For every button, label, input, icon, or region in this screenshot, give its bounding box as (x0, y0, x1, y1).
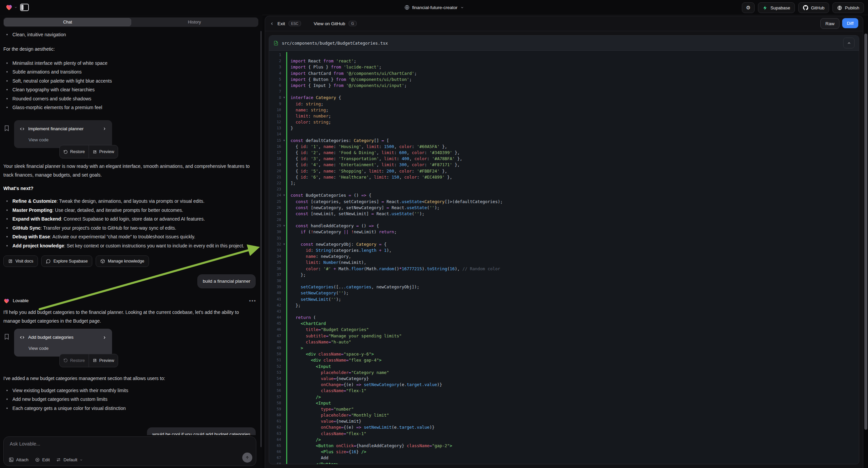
chat-input[interactable] (9, 441, 251, 447)
whats-next-heading: What's next? (3, 184, 256, 193)
fold-marker-icon (282, 260, 286, 266)
fold-marker-icon (282, 272, 286, 278)
fold-marker-icon (282, 394, 286, 400)
supabase-button[interactable]: Supabase (758, 2, 795, 13)
code-line: 64 /> (269, 437, 859, 443)
design-heading: For the design aesthetic: (3, 45, 256, 53)
code-line: 27 const [newLimit, setNewLimit] = React… (269, 211, 859, 217)
file-card: src/components/budget/BudgetCategories.t… (269, 35, 859, 464)
fold-marker-icon: ▼ (282, 223, 286, 229)
fold-marker-icon (282, 83, 286, 89)
diff-toggle-button[interactable]: Diff (842, 18, 858, 28)
fold-marker-icon: ▼ (282, 193, 286, 198)
message-menu-icon[interactable]: ••• (32, 296, 256, 305)
tab-history[interactable]: History (131, 18, 258, 26)
assistant-header: Lovable ••• (3, 296, 256, 305)
fold-marker-icon (282, 119, 286, 125)
fold-marker-icon (282, 254, 286, 260)
chat-scrollbar[interactable] (260, 31, 262, 447)
window-scrollbar[interactable] (864, 34, 867, 430)
edit-button[interactable]: Edit (35, 457, 50, 462)
publish-button[interactable]: Publish (832, 2, 864, 13)
github-button[interactable]: GitHub (798, 2, 829, 13)
project-switcher[interactable]: financial-future-creator (404, 0, 464, 15)
preview-button[interactable]: Preview (89, 145, 118, 158)
github-icon (803, 5, 808, 10)
view-code-link[interactable]: View code (29, 136, 107, 144)
manage-knowledge-button[interactable]: Manage knowledge (96, 256, 149, 267)
fold-marker-icon (282, 58, 286, 64)
preview-button[interactable]: Preview (89, 354, 118, 367)
fold-marker-icon (282, 64, 286, 70)
fold-marker-icon (282, 315, 286, 321)
settings-button[interactable]: ⚙ (742, 2, 754, 13)
collapse-file-button[interactable] (843, 38, 855, 48)
fold-marker-icon (282, 418, 286, 425)
code-line: 26 const [newCategory, setNewCategory] =… (269, 205, 859, 211)
code-line: 62 onChange={(e) => setNewLimit(e.target… (269, 425, 859, 430)
code-line: 6import { Input } from '@/components/ui/… (269, 83, 859, 89)
restore-preview-bar: Restore Preview (59, 145, 118, 158)
fold-marker-icon (282, 302, 286, 309)
send-button[interactable] (242, 452, 252, 463)
github-label: GitHub (811, 5, 825, 10)
restore-label: Restore (70, 147, 85, 156)
chat-scroll-area[interactable]: Clean, intuitive navigation For the desi… (3, 30, 256, 435)
bookmark-icon[interactable] (3, 333, 10, 340)
external-link-icon (8, 259, 13, 264)
chevron-down-icon (14, 6, 18, 9)
fold-marker-icon (282, 345, 286, 351)
code-line: 19 { id: '4', name: 'Entertainment', lim… (269, 162, 859, 168)
code-line: 58 <Input (269, 400, 859, 406)
code-line: 12 color: string; (269, 119, 859, 125)
fold-marker-icon (282, 449, 286, 455)
fold-marker-icon (282, 309, 286, 315)
restore-icon (63, 150, 68, 154)
bookmark-icon[interactable] (3, 125, 10, 131)
fold-marker-icon (282, 388, 286, 394)
fold-marker-icon (282, 296, 286, 302)
code-line: 28 (269, 217, 859, 223)
code-line: 29▼ const handleAddCategory = () => { (269, 223, 859, 229)
fold-marker-icon (282, 284, 286, 290)
restore-button[interactable]: Restore (60, 354, 89, 367)
attach-button[interactable]: Attach (9, 457, 29, 462)
globe-icon (404, 5, 409, 10)
code-line: 52 <Input (269, 363, 859, 370)
publish-label: Publish (845, 5, 859, 10)
arrow-up-icon (245, 455, 250, 460)
sidebar-toggle-icon[interactable] (20, 4, 29, 11)
exit-button[interactable]: Exit (277, 21, 285, 26)
fold-marker-icon (282, 144, 286, 150)
restore-button[interactable]: Restore (60, 145, 89, 158)
explore-supabase-button[interactable]: Explore Supabase (41, 256, 92, 267)
fold-marker-icon (282, 168, 286, 174)
version-card-add-budget-categories[interactable]: Add budget categories View code (14, 329, 112, 356)
list-item: Soft, neutral color palette with light b… (3, 77, 256, 86)
preview-label: Preview (99, 356, 114, 365)
file-header[interactable]: src/components/budget/BudgetCategories.t… (269, 36, 859, 51)
fold-marker-icon (282, 125, 286, 131)
chevron-right-icon (102, 126, 107, 131)
code-line: 14 (269, 131, 859, 137)
code-line: 30 if (!newCategory || !newLimit) return… (269, 229, 859, 235)
tab-chat[interactable]: Chat (4, 18, 131, 26)
fold-marker-icon (282, 156, 286, 162)
code-view-header: Exit ESC View on GitHub G Raw Diff (265, 16, 863, 31)
quick-actions-row: Visit docs Explore Supabase Manage knowl… (3, 256, 256, 267)
lovable-logo[interactable] (5, 4, 18, 11)
fold-marker-icon (282, 52, 286, 58)
code-line: 22]; (269, 180, 859, 186)
list-item: Subtle animations and transitions (3, 67, 256, 77)
visit-docs-button[interactable]: Visit docs (3, 256, 38, 267)
mode-selector[interactable]: Default (56, 457, 83, 462)
version-card-implement-financial-planner[interactable]: Implement financial planner View code (14, 120, 112, 148)
restore-icon (63, 358, 68, 362)
fold-marker-icon (282, 89, 286, 95)
view-code-link[interactable]: View code (29, 344, 107, 353)
esc-kbd-badge: ESC (288, 21, 301, 26)
list-item: Master Prompting: Use clear, detailed, a… (3, 206, 256, 215)
raw-toggle-button[interactable]: Raw (820, 18, 839, 29)
list-item: Add project knowledge: Set key context o… (3, 241, 256, 251)
view-on-github-button[interactable]: View on GitHub (314, 21, 345, 26)
